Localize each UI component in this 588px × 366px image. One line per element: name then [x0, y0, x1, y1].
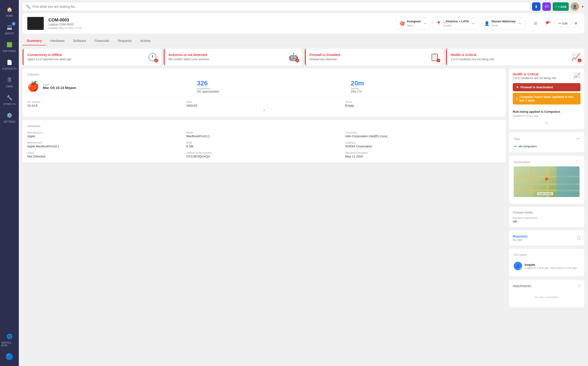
health-alert-red-icon: ✕ [516, 85, 519, 89]
sidebar-item-home[interactable]: 🏠 HOME [0, 2, 19, 20]
ram-item: RAM 8 GB [186, 141, 342, 148]
tag-item: all-computers [514, 145, 537, 148]
geo-map: 📍 Puerto Madero [514, 166, 580, 197]
firewall-x-icon: ✕ [437, 59, 440, 62]
health-title: Health is Critical [513, 72, 556, 76]
requests-title: Requests [513, 234, 528, 238]
hardware-grid: Manufacturer Apple Model MacBookPro10,1 … [27, 131, 501, 158]
other-cis-icon: 🔧 [5, 93, 14, 102]
firewall-icon: 📋 ✕ [430, 53, 439, 61]
installations-stat: 326 Installations 341 apps/updates [197, 80, 347, 93]
sidebar-item-cmdb[interactable]: 🗄 CMDB [0, 73, 19, 91]
tab-hardware[interactable]: Hardware [46, 37, 69, 46]
content-area: COM-0003 Laptop COM-0003 Updated May 24 … [19, 13, 588, 366]
location-icon: 📍 [436, 21, 441, 26]
software-collapse-btn[interactable]: ▲ [27, 107, 501, 113]
sidebar-item-service-desk[interactable]: 🌐 SERVICE DESK [0, 329, 19, 350]
topbar-btn-download[interactable]: ⬇ [532, 2, 541, 11]
os-users-card: OS Users 👤 invgate Logged in a year ago.… [509, 249, 584, 276]
tab-bar: Summary Hardware Software Financials Req… [22, 37, 584, 46]
vendor-name: Apple [43, 83, 193, 86]
user-avatar[interactable]: 👤 [571, 2, 579, 11]
location-text: ...America > LATA Location [443, 20, 469, 27]
monitor-btn[interactable]: 🖥 [530, 19, 541, 28]
sidebar-item-software[interactable]: 🟩 SOFTWARE [0, 38, 19, 55]
status-chip[interactable]: 🎯 Assigned Status ✏ [396, 17, 430, 30]
health-wave-icon: 📈⚠ [573, 72, 581, 79]
sidebar-item-bottom[interactable]: 🔵 [0, 350, 19, 364]
manufacturer-item: Manufacturer Apple [27, 131, 183, 138]
alert-health-title: Health is Critical [451, 53, 494, 57]
serial-hw-item: Default Serial Number CF2J3FSQCKQ2 [186, 151, 342, 158]
owner-chip[interactable]: 👤 Steven Mahoney Owner ✏ [481, 17, 525, 30]
os-version-name: Mac OS 10.14 Mojave [43, 86, 193, 90]
owner-edit-icon: ✏ [519, 22, 522, 25]
health-collapse-btn[interactable]: ▲ [513, 120, 581, 125]
os-version-item: OS Version 10.14.6 [27, 100, 183, 107]
map-pin-icon: 📍 [543, 177, 550, 184]
attachments-title: Attachments [513, 284, 531, 288]
location-edit-icon: ✏ [472, 22, 475, 25]
os-user-sub: Logged in a year ago. Seen active a year… [524, 267, 577, 269]
attachments-add-icon[interactable]: + [578, 283, 581, 288]
health-alert-update: ℹ Computer hasn't been updated in the la… [513, 93, 581, 105]
asset-header: COM-0003 Laptop COM-0003 Updated May 24 … [22, 13, 584, 34]
main-area: 🔍 ⬇ 🏷 + + Add 👤 ▼ COM-0003 [19, 0, 588, 366]
tab-software[interactable]: Software [69, 37, 90, 46]
hardware-card: Hardware Manufacturer Apple Model MacBoo… [22, 120, 506, 162]
search-input[interactable] [32, 5, 526, 8]
health-detail-card: Health is Critical 2 of 5 conditions are… [509, 69, 584, 129]
tab-activity[interactable]: Activity [136, 37, 155, 46]
sidebar-item-assets[interactable]: 💻 5 ASSETS [0, 20, 19, 38]
topbar-btn-tag[interactable]: 🏷 [542, 2, 551, 11]
asset-type: Laptop COM-0003 [48, 23, 391, 26]
alert-firewall-title: Firewall is Disabled [310, 53, 340, 57]
home-icon: 🏠 [5, 5, 14, 14]
graphics-item: Graphics NVIDIA Corporation [345, 141, 501, 148]
software-icon: 🟩 [5, 40, 14, 49]
alert-cards: Connectivity is Offline Agent 3.5.0 repo… [22, 49, 584, 65]
os-user-avatar: 👤 [514, 262, 522, 270]
settings-asset-btn[interactable]: ⚙ [573, 20, 580, 27]
asset-meta: 🎯 Assigned Status ✏ 📍 ...America > LATA … [396, 17, 525, 30]
alert-health: Health is Critical 2 of 5 conditions are… [446, 49, 584, 65]
alert-antivirus: Antivirus is not Detected We couldn't de… [164, 49, 302, 65]
status-edit-icon: ✏ [424, 22, 427, 25]
settings-icon: ⚙️ [5, 111, 14, 120]
os-user-item: 👤 invgate Logged in a year ago. Seen act… [514, 260, 580, 272]
sidebar-item-contracts[interactable]: 📄 CONTRACTS [0, 55, 19, 73]
tag-name: all-computers [518, 145, 537, 148]
tab-financials[interactable]: Financials [90, 37, 114, 46]
tab-requests[interactable]: Requests [114, 37, 136, 46]
flag-btn[interactable]: 🚩 [542, 19, 554, 28]
topbar-btn-add[interactable]: + + Add [553, 2, 569, 11]
health-updated: Updated 14 hours ago [513, 114, 581, 117]
build-item: Build 18G103 [186, 100, 342, 107]
connectivity-icon: 🕐 ✕ [148, 53, 157, 61]
asset-id: COM-0003 [48, 18, 391, 23]
apple-logo-wrap: 🍎 [27, 81, 39, 92]
sidebar-item-settings[interactable]: ⚙️ SETTINGS [0, 108, 19, 126]
search-bar: 🔍 [22, 3, 530, 11]
tab-summary[interactable]: Summary [22, 37, 46, 46]
contracts-icon: 📄 [5, 58, 14, 67]
tags-edit-icon[interactable]: ✏ [576, 137, 580, 141]
tag-color-dot [514, 146, 517, 147]
uptime-stat: 20m Uptime 20m 17s [351, 80, 501, 93]
tags-title: Tags [514, 137, 520, 140]
plus-icon: + [555, 5, 557, 8]
bottom-icon: 🔵 [5, 352, 14, 361]
health-sub: 2 of 5 conditions are not being met [513, 76, 556, 80]
uptime-sub: 20m 17s [351, 90, 501, 93]
sidebar-item-other-cis[interactable]: 🔧 OTHER CIs [0, 91, 19, 108]
uptime-label: Uptime [351, 87, 501, 90]
user-chevron-icon: ▼ [581, 5, 584, 8]
location-chip[interactable]: 📍 ...America > LATA Location ✏ [432, 17, 479, 30]
health-alert-firewall: ✕ Firewall is deactivated [513, 83, 581, 91]
geo-expand-icon[interactable]: ⛶ [576, 160, 580, 164]
alert-connectivity-sub: Agent 3.5.0 reported one week ago [27, 58, 71, 61]
alert-connectivity: Connectivity is Offline Agent 3.5.0 repo… [22, 49, 161, 65]
software-grid: 🍎 Apple Mac OS 10.14 Mojave 326 Installa… [27, 80, 501, 93]
assets-badge: 5 [12, 22, 15, 26]
edit-btn[interactable]: ✏ HOMEEdit [555, 20, 571, 27]
